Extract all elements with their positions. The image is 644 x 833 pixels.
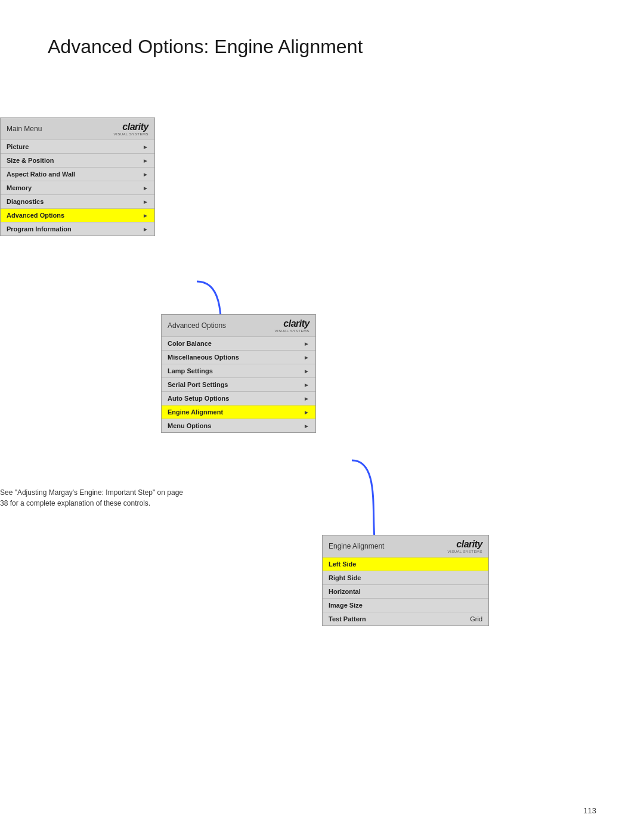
engine-menu-item-left-side[interactable]: Left Side bbox=[323, 557, 488, 571]
advanced-menu-panel: Advanced Options clarity VISUAL SYSTEMS … bbox=[161, 314, 316, 433]
arrow-icon: ► bbox=[143, 157, 148, 164]
main-menu-item-advanced-options[interactable]: Advanced Options ► bbox=[1, 208, 154, 222]
advanced-menu-item-misc-options[interactable]: Miscellaneous Options ► bbox=[162, 350, 315, 364]
advanced-menu-item-engine-alignment[interactable]: Engine Alignment ► bbox=[162, 405, 315, 419]
engine-menu-item-image-size[interactable]: Image Size bbox=[323, 598, 488, 612]
engine-menu-item-test-pattern[interactable]: Test Pattern Grid bbox=[323, 612, 488, 625]
advanced-menu-item-serial-port[interactable]: Serial Port Settings ► bbox=[162, 377, 315, 391]
arrow-icon: ► bbox=[304, 423, 309, 429]
arrow-icon: ► bbox=[143, 212, 148, 219]
arrow-icon: ► bbox=[143, 171, 148, 178]
advanced-menu-item-menu-options[interactable]: Menu Options ► bbox=[162, 419, 315, 432]
engine-menu-header: Engine Alignment clarity VISUAL SYSTEMS bbox=[323, 535, 488, 557]
main-menu-item-memory[interactable]: Memory ► bbox=[1, 181, 154, 194]
arrow-icon: ► bbox=[304, 354, 309, 361]
engine-menu-panel: Engine Alignment clarity VISUAL SYSTEMS … bbox=[322, 535, 489, 626]
arrow-icon: ► bbox=[143, 185, 148, 191]
arrow-icon: ► bbox=[304, 409, 309, 416]
advanced-menu-item-lamp-settings[interactable]: Lamp Settings ► bbox=[162, 364, 315, 377]
engine-menu-logo: clarity VISUAL SYSTEMS bbox=[448, 539, 482, 553]
engine-menu-header-text: Engine Alignment bbox=[329, 542, 384, 550]
main-menu-header-text: Main Menu bbox=[7, 125, 42, 133]
arrow-icon: ► bbox=[304, 382, 309, 388]
main-menu-item-program-info[interactable]: Program Information ► bbox=[1, 222, 154, 236]
arrow-icon: ► bbox=[143, 199, 148, 205]
engine-menu-item-right-side[interactable]: Right Side bbox=[323, 571, 488, 584]
arrow-icon: ► bbox=[143, 226, 148, 233]
side-note: See "Adjusting Margay's Engine: Importan… bbox=[0, 487, 191, 509]
engine-menu-item-horizontal[interactable]: Horizontal bbox=[323, 584, 488, 598]
advanced-menu-item-color-balance[interactable]: Color Balance ► bbox=[162, 336, 315, 350]
advanced-menu-item-auto-setup[interactable]: Auto Setup Options ► bbox=[162, 391, 315, 405]
main-menu-item-picture[interactable]: Picture ► bbox=[1, 140, 154, 153]
advanced-menu-logo: clarity VISUAL SYSTEMS bbox=[275, 318, 309, 333]
main-menu-item-aspect-ratio[interactable]: Aspect Ratio and Wall ► bbox=[1, 167, 154, 181]
arrow-icon: ► bbox=[143, 144, 148, 150]
main-menu-logo: clarity VISUAL SYSTEMS bbox=[114, 122, 148, 136]
advanced-menu-header-text: Advanced Options bbox=[168, 321, 226, 330]
advanced-menu-header: Advanced Options clarity VISUAL SYSTEMS bbox=[162, 315, 315, 336]
main-menu-item-size-position[interactable]: Size & Position ► bbox=[1, 153, 154, 167]
main-menu-panel: Main Menu clarity VISUAL SYSTEMS Picture… bbox=[0, 117, 155, 236]
main-menu-item-diagnostics[interactable]: Diagnostics ► bbox=[1, 194, 154, 208]
main-menu-header: Main Menu clarity VISUAL SYSTEMS bbox=[1, 118, 154, 140]
arrow-icon: ► bbox=[304, 395, 309, 402]
arrow-icon: ► bbox=[304, 368, 309, 374]
arrow-icon: ► bbox=[304, 340, 309, 347]
page-number: 113 bbox=[583, 806, 596, 815]
page-title: Advanced Options: Engine Alignment bbox=[0, 0, 644, 82]
